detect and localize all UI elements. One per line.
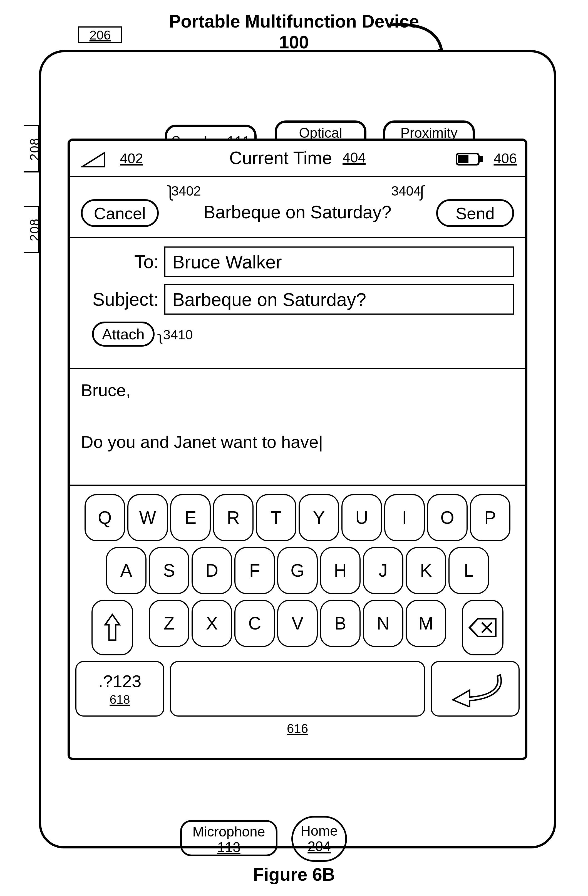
compose-fields: To: Bruce Walker Subject: Barbeque on Sa…	[70, 238, 525, 369]
key-a[interactable]: A	[106, 547, 146, 594]
key-r[interactable]: R	[213, 494, 254, 541]
ref-3402: ʃ3402	[167, 181, 201, 199]
shift-key[interactable]	[91, 600, 133, 655]
send-button[interactable]: Send	[436, 199, 514, 227]
key-i[interactable]: I	[384, 494, 425, 541]
svg-marker-5	[105, 614, 120, 640]
to-label: To:	[81, 251, 164, 272]
ref-208-upper: 208	[24, 125, 39, 172]
space-key[interactable]	[170, 661, 425, 716]
soft-keyboard: QWERTYUIOP ASDFGHJKL ZXCVBNM	[70, 486, 525, 722]
shift-icon	[104, 612, 121, 643]
key-h[interactable]: H	[320, 547, 360, 594]
backspace-key[interactable]	[462, 600, 503, 655]
key-c[interactable]: C	[234, 600, 275, 647]
attach-button[interactable]: Attach	[92, 322, 155, 347]
key-w[interactable]: W	[127, 494, 168, 541]
key-v[interactable]: V	[277, 600, 318, 647]
key-o[interactable]: O	[427, 494, 468, 541]
key-z[interactable]: Z	[149, 600, 189, 647]
backspace-icon	[467, 616, 498, 639]
key-p[interactable]: P	[470, 494, 511, 541]
subject-field[interactable]: Barbeque on Saturday?	[164, 284, 514, 315]
figure-caption: Figure 6B	[0, 864, 588, 885]
ref-3404: 3404ʃ	[391, 181, 425, 199]
ref-406: 406	[494, 151, 517, 167]
key-t[interactable]: T	[256, 494, 296, 541]
key-j[interactable]: J	[363, 547, 403, 594]
status-bar: 402 Current Time 404 406	[70, 141, 525, 177]
compose-header: ʃ3402 3404ʃ Cancel Barbeque on Saturday?…	[70, 177, 525, 238]
touch-screen[interactable]: 402 Current Time 404 406 ʃ3402 3404	[68, 139, 527, 760]
ref-616: 616	[70, 721, 525, 736]
key-e[interactable]: E	[170, 494, 211, 541]
key-y[interactable]: Y	[299, 494, 339, 541]
ref-404: 404	[342, 150, 366, 166]
key-m[interactable]: M	[406, 600, 446, 647]
microphone-label: Microphone 113	[180, 820, 278, 856]
key-b[interactable]: B	[320, 600, 360, 647]
cancel-button[interactable]: Cancel	[81, 199, 159, 227]
compose-title: Barbeque on Saturday?	[167, 202, 428, 222]
key-l[interactable]: L	[448, 547, 489, 594]
key-g[interactable]: G	[277, 547, 318, 594]
home-button[interactable]: Home 204	[291, 816, 347, 862]
subject-label: Subject:	[81, 289, 164, 310]
return-key[interactable]	[431, 661, 520, 716]
message-body[interactable]: Bruce, Do you and Janet want to have|	[70, 369, 525, 486]
ref-206: 206	[78, 26, 122, 43]
mode-switch-key[interactable]: .?123 618	[75, 661, 164, 716]
key-q[interactable]: Q	[85, 494, 125, 541]
to-field[interactable]: Bruce Walker	[164, 247, 514, 277]
ref-3410: ʅ3410	[157, 328, 193, 342]
svg-rect-4	[479, 156, 483, 162]
return-icon	[447, 670, 503, 707]
key-x[interactable]: X	[191, 600, 232, 647]
key-u[interactable]: U	[342, 494, 382, 541]
svg-rect-3	[458, 155, 468, 163]
device-body: Speaker 111 Optical Sensor 164 Proximity…	[39, 50, 556, 849]
key-s[interactable]: S	[149, 547, 189, 594]
key-k[interactable]: K	[406, 547, 446, 594]
ref-208-lower: 208	[24, 206, 39, 253]
battery-icon	[456, 151, 483, 167]
ref-618: 618	[109, 693, 130, 707]
svg-marker-6	[469, 619, 496, 637]
key-n[interactable]: N	[363, 600, 403, 647]
key-d[interactable]: D	[191, 547, 232, 594]
key-f[interactable]: F	[234, 547, 275, 594]
